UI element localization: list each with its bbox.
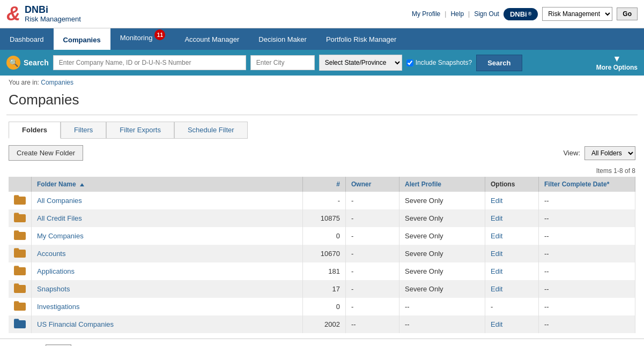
help-link[interactable]: Help — [450, 10, 464, 18]
folder-filter-date-cell: -- — [539, 209, 635, 227]
folder-icon-cell — [9, 298, 32, 315]
nav-tab-account-manager[interactable]: Account Manager — [175, 28, 249, 50]
folder-name-link[interactable]: My Companies — [37, 232, 84, 240]
signout-link[interactable]: Sign Out — [474, 10, 499, 18]
folder-owner-cell: - — [346, 298, 399, 315]
view-label: View: — [563, 149, 580, 157]
th-owner[interactable]: Owner — [346, 177, 399, 192]
breadcrumb-current[interactable]: Companies — [41, 79, 73, 86]
folder-options-cell[interactable]: Edit — [485, 227, 539, 245]
folder-alert-cell: Severe Only — [399, 280, 485, 298]
folder-name-cell[interactable]: Investigations — [32, 298, 303, 315]
include-snapshots-checkbox[interactable] — [406, 59, 413, 66]
state-select[interactable]: Select State/Province — [319, 55, 402, 71]
folder-orange-icon — [14, 304, 26, 312]
edit-link[interactable]: Edit — [491, 197, 502, 205]
create-folder-button[interactable]: Create New Folder — [9, 145, 83, 161]
logo-subtitle: Risk Management — [25, 16, 81, 23]
table-row: Accounts10670-Severe OnlyEdit-- — [9, 245, 635, 262]
folder-name-link[interactable]: Applications — [37, 267, 75, 275]
folder-name-cell[interactable]: Applications — [32, 262, 303, 280]
folder-owner-cell: -- — [346, 315, 399, 333]
th-count[interactable]: # — [303, 177, 346, 192]
view-select[interactable]: All Folders — [584, 146, 635, 160]
folder-name-cell[interactable]: Snapshots — [32, 280, 303, 298]
folder-orange-icon — [14, 251, 26, 259]
folder-name-cell[interactable]: All Companies — [32, 192, 303, 209]
folder-name-cell[interactable]: All Credit Files — [32, 209, 303, 227]
edit-link[interactable]: Edit — [491, 232, 502, 240]
table-row: US Financial Companies2002----Edit-- — [9, 315, 635, 333]
folder-count-cell: 10875 — [303, 209, 346, 227]
tab-filter-exports[interactable]: Filter Exports — [106, 122, 174, 139]
edit-link[interactable]: Edit — [491, 267, 502, 275]
th-filter-date[interactable]: Filter Complete Date* — [539, 177, 635, 192]
folder-table: Folder Name # Owner Alert Profile Option… — [9, 177, 635, 333]
edit-link[interactable]: Edit — [491, 250, 502, 258]
logo-dnbi: DNBi — [25, 5, 81, 16]
breadcrumb: You are in: Companies — [0, 76, 644, 89]
folder-options-cell[interactable]: Edit — [485, 192, 539, 209]
folder-filter-date-cell: -- — [539, 227, 635, 245]
th-icon — [9, 177, 32, 192]
nav-tab-monitoring[interactable]: Monitoring 11 — [110, 28, 175, 50]
edit-link[interactable]: Edit — [491, 214, 502, 222]
folder-name-link[interactable]: Snapshots — [37, 285, 70, 293]
top-nav-right: My Profile | Help | Sign Out DNBi ® Risk… — [412, 7, 638, 21]
folder-name-link[interactable]: All Companies — [37, 197, 82, 205]
monitoring-badge: 11 — [154, 29, 165, 40]
tab-schedule-filter[interactable]: Schedule Filter — [174, 122, 248, 139]
nav-tab-companies[interactable]: Companies — [54, 28, 110, 50]
sort-arrow-icon — [80, 183, 84, 186]
folder-count-cell: 17 — [303, 280, 346, 298]
edit-link[interactable]: Edit — [491, 285, 502, 293]
folder-name-link[interactable]: Investigations — [37, 303, 80, 311]
nav-tab-portfolio-risk-manager[interactable]: Portfolio Risk Manager — [316, 28, 406, 50]
folder-options-cell[interactable]: Edit — [485, 315, 539, 333]
tab-filters[interactable]: Filters — [61, 122, 106, 139]
folder-orange-icon — [14, 234, 26, 242]
tab-folders[interactable]: Folders — [9, 122, 61, 139]
th-alert-profile[interactable]: Alert Profile — [399, 177, 485, 192]
sep2: | — [468, 10, 470, 18]
folder-alert-cell: Severe Only — [399, 192, 485, 209]
folder-alert-cell: -- — [399, 315, 485, 333]
folder-name-cell[interactable]: Accounts — [32, 245, 303, 262]
folder-orange-icon — [14, 216, 26, 224]
folder-alert-cell: Severe Only — [399, 209, 485, 227]
search-button[interactable]: Search — [476, 55, 522, 71]
folder-owner-cell: - — [346, 209, 399, 227]
dnbi-reg-symbol: ® — [528, 11, 532, 17]
folder-blue-icon — [14, 322, 26, 330]
folder-options-cell[interactable]: Edit — [485, 262, 539, 280]
folder-name-cell[interactable]: My Companies — [32, 227, 303, 245]
folder-name-link[interactable]: Accounts — [37, 250, 65, 258]
folder-orange-icon — [14, 269, 26, 277]
more-options-label: More Options — [596, 64, 638, 71]
th-folder-name[interactable]: Folder Name — [32, 177, 303, 192]
folder-owner-cell: - — [346, 227, 399, 245]
tabs-row: Folders Filters Filter Exports Schedule … — [0, 115, 644, 139]
my-profile-link[interactable]: My Profile — [412, 10, 440, 18]
folder-filter-date-cell: -- — [539, 280, 635, 298]
folder-icon-cell — [9, 315, 32, 333]
search-main-input[interactable] — [53, 55, 246, 70]
folder-icon-cell — [9, 209, 32, 227]
folder-name-cell[interactable]: US Financial Companies — [32, 315, 303, 333]
edit-link[interactable]: Edit — [491, 320, 502, 328]
folder-options-cell[interactable]: Edit — [485, 209, 539, 227]
nav-tab-decision-maker[interactable]: Decision Maker — [249, 28, 316, 50]
folder-name-link[interactable]: All Credit Files — [37, 214, 82, 222]
folder-options-cell[interactable]: Edit — [485, 245, 539, 262]
search-city-input[interactable] — [250, 55, 315, 70]
go-button[interactable]: Go — [617, 7, 638, 20]
nav-tab-dashboard[interactable]: Dashboard — [0, 28, 54, 50]
folder-options-cell[interactable]: Edit — [485, 280, 539, 298]
folder-name-link[interactable]: US Financial Companies — [37, 320, 114, 328]
product-select[interactable]: Risk Management — [542, 7, 612, 21]
folder-icon-cell — [9, 262, 32, 280]
top-header: & DNBi Risk Management My Profile | Help… — [0, 0, 644, 28]
folder-filter-date-cell: -- — [539, 298, 635, 315]
more-options-button[interactable]: ▼ More Options — [596, 54, 638, 71]
breadcrumb-prefix: You are in: — [9, 79, 39, 86]
